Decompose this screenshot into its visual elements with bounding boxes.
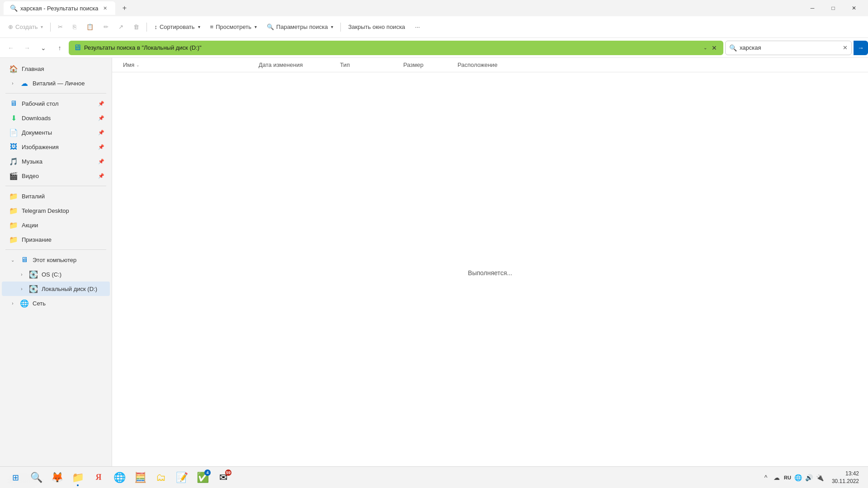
tab-close-button[interactable]: ✕	[101, 4, 109, 12]
taskbar-todo-icon[interactable]: ✅ 4	[193, 468, 212, 488]
close-search-button[interactable]: Закрыть окно поиска	[344, 19, 410, 35]
sidebar-item-priznanie[interactable]: 📁 Признание	[2, 232, 110, 247]
sidebar-item-downloads[interactable]: ⬇ Downloads 📌	[2, 111, 110, 125]
forward-icon: →	[24, 44, 30, 52]
taskbar-network-icon[interactable]: 🌐	[109, 468, 129, 488]
maximize-button[interactable]: □	[823, 0, 844, 16]
browser-icon: 🦊	[51, 472, 63, 483]
taskbar-notepad-icon[interactable]: 📝	[172, 468, 192, 488]
search-go-icon: →	[858, 44, 864, 52]
col-location-header[interactable]: Расположение	[454, 61, 861, 68]
col-size-header[interactable]: Размер	[400, 61, 454, 68]
yandex-icon: Я	[96, 473, 102, 482]
video-icon: 🎬	[9, 171, 18, 180]
address-expand-icon: ⌄	[703, 45, 707, 50]
taskbar-icons: ⊞ 🔍 🦊 📁 Я 🌐 🧮 🗂 📝	[5, 468, 233, 488]
close-button[interactable]: ✕	[844, 0, 864, 16]
sidebar-video-label: Видео	[22, 173, 94, 179]
share-icon: ↗	[118, 23, 123, 30]
taskbar-yandex-icon[interactable]: Я	[89, 468, 108, 488]
taskbar-search-button[interactable]: 🔍	[26, 468, 46, 488]
tray-lang[interactable]: RU	[783, 473, 792, 482]
paste-icon: 📋	[86, 23, 94, 30]
sort-button[interactable]: ↕ Сортировать ▾	[150, 19, 204, 35]
forward-button[interactable]: →	[20, 41, 34, 55]
share-button[interactable]: ↗	[114, 19, 128, 35]
tray-battery[interactable]: 🔌	[816, 473, 825, 482]
sidebar-item-music[interactable]: 🎵 Музыка 📌	[2, 154, 110, 169]
start-button[interactable]: ⊞	[5, 468, 25, 488]
taskbar-clock[interactable]: 13:42 30.11.2022	[828, 470, 863, 485]
address-bar-row: ← → ⌄ ↑ 🖥 Результаты поиска в "Локальный…	[0, 38, 868, 58]
sidebar-item-this-pc[interactable]: ⌄ 🖥 Этот компьютер	[2, 253, 110, 267]
sidebar-item-telegram[interactable]: 📁 Telegram Desktop	[2, 203, 110, 218]
up-icon: ↑	[58, 44, 61, 52]
delete-button[interactable]: 🗑	[129, 19, 144, 35]
taskbar-folder-icon[interactable]: 🗂	[151, 468, 171, 488]
sidebar-item-network[interactable]: › 🌐 Сеть	[2, 296, 110, 310]
tray-network[interactable]: 🌐	[794, 473, 803, 482]
col-date-header[interactable]: Дата изменения	[255, 61, 336, 68]
minimize-button[interactable]: ─	[802, 0, 823, 16]
desktop-pin-icon: 📌	[98, 101, 104, 107]
folder-vitaliy-icon: 📁	[9, 192, 18, 201]
new-tab-button[interactable]: +	[117, 2, 132, 14]
network-icon: 🌐	[20, 299, 29, 308]
cut-button[interactable]: ✂	[53, 19, 67, 35]
d-expand-icon: ›	[18, 285, 25, 292]
sidebar-d-label: Локальный диск (D:)	[42, 286, 104, 292]
sidebar-downloads-label: Downloads	[22, 115, 94, 122]
search-clear-button[interactable]: ✕	[843, 44, 848, 51]
recent-button[interactable]: ⌄	[36, 41, 51, 55]
sidebar-divider-1	[5, 93, 106, 94]
rename-icon: ✏	[104, 23, 108, 30]
col-type-header[interactable]: Тип	[336, 61, 400, 68]
sidebar-item-c[interactable]: › 💽 OS (C:)	[2, 267, 110, 282]
sidebar-item-d[interactable]: › 💽 Локальный диск (D:)	[2, 282, 110, 296]
address-close-icon[interactable]: ✕	[710, 43, 719, 52]
sidebar-item-documents[interactable]: 📄 Документы 📌	[2, 125, 110, 140]
main-tab[interactable]: 🔍 харская - Результаты поиска ✕	[4, 1, 115, 15]
view-chevron: ▾	[255, 24, 257, 29]
sidebar-item-cloud[interactable]: › ☁ Виталий — Личное	[2, 76, 110, 90]
sidebar-item-desktop[interactable]: 🖥 Рабочий стол 📌	[2, 96, 110, 111]
search-go-button[interactable]: →	[854, 41, 868, 55]
taskbar-mail-icon[interactable]: ✉ 59	[213, 468, 233, 488]
sidebar-akcii-label: Акции	[22, 222, 104, 229]
tray-cloud[interactable]: ☁	[772, 473, 781, 482]
thispc-icon: 🖥	[20, 255, 29, 264]
taskbar-calc-icon[interactable]: 🧮	[130, 468, 150, 488]
search-input[interactable]	[740, 44, 840, 51]
documents-icon: 📄	[9, 128, 18, 137]
cloud-icon: ☁	[20, 79, 29, 88]
status-text: Выполняется...	[468, 269, 512, 277]
col-name-header[interactable]: Имя ⌄	[119, 61, 255, 68]
address-bar[interactable]: 🖥 Результаты поиска в "Локальный диск (D…	[69, 41, 723, 55]
create-button[interactable]: ⊕ Создать ▾	[4, 19, 47, 35]
sidebar-item-images[interactable]: 🖼 Изображения 📌	[2, 140, 110, 154]
taskbar-browser-icon[interactable]: 🦊	[47, 468, 67, 488]
delete-icon: 🗑	[133, 23, 139, 30]
copy-button[interactable]: ⎘	[68, 19, 81, 35]
recent-icon: ⌄	[41, 44, 46, 52]
view-button[interactable]: ≡ Просмотреть ▾	[206, 19, 262, 35]
folder-akcii-icon: 📁	[9, 221, 18, 230]
search-params-chevron: ▾	[331, 24, 333, 29]
tray-volume[interactable]: 🔊	[805, 473, 814, 482]
taskbar-explorer-icon[interactable]: 📁	[68, 468, 88, 488]
tray-chevron[interactable]: ^	[761, 473, 770, 482]
back-button[interactable]: ←	[4, 41, 18, 55]
video-pin-icon: 📌	[98, 173, 104, 179]
tab-title: харская - Результаты поиска	[20, 5, 98, 12]
sidebar-item-home[interactable]: 🏠 Главная	[2, 61, 110, 76]
search-params-button[interactable]: 🔍 Параметры поиска ▾	[262, 19, 338, 35]
up-button[interactable]: ↑	[52, 41, 67, 55]
sidebar-item-akcii[interactable]: 📁 Акции	[2, 218, 110, 232]
folder-priznanie-icon: 📁	[9, 235, 18, 244]
more-button[interactable]: ···	[410, 19, 425, 35]
music-icon: 🎵	[9, 157, 18, 166]
sidebar-item-vitaliy[interactable]: 📁 Виталий	[2, 189, 110, 203]
paste-button[interactable]: 📋	[82, 19, 98, 35]
sidebar-item-video[interactable]: 🎬 Видео 📌	[2, 169, 110, 183]
rename-button[interactable]: ✏	[99, 19, 113, 35]
